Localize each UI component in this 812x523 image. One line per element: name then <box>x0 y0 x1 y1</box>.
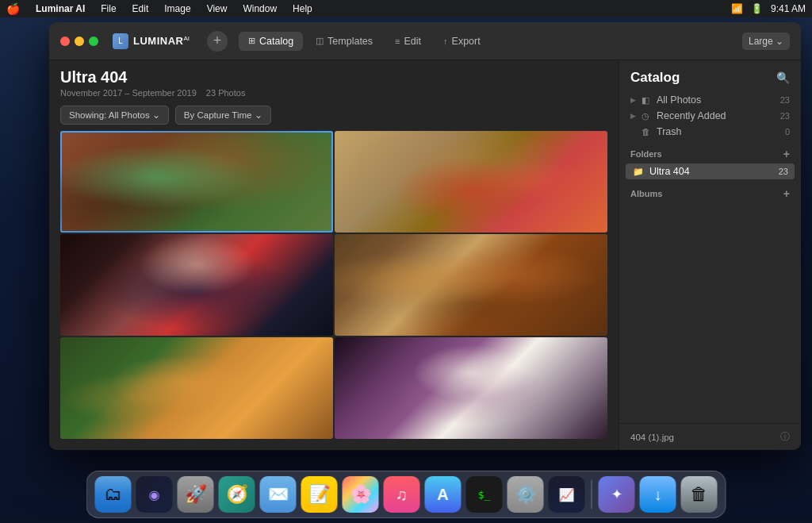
dock-luminar[interactable]: ✦ <box>599 476 635 513</box>
dock-terminal[interactable]: $_ <box>466 476 503 513</box>
recently-added-icon: ◷ <box>639 111 652 121</box>
footer-filename: 404 (1).jpg <box>630 433 674 442</box>
title-bar-right: Large ⌄ <box>742 33 790 50</box>
add-button[interactable]: + <box>207 31 228 52</box>
edit-tab-label: Edit <box>404 36 422 47</box>
catalog-item-recently-added[interactable]: ▶ ◷ Recently Added 23 <box>619 108 801 124</box>
folders-label: Folders <box>630 149 662 159</box>
photo-cell-woman2[interactable] <box>335 337 607 439</box>
albums-label: Albums <box>630 189 662 198</box>
menubar-edit[interactable]: Edit <box>129 3 152 14</box>
dock-siri[interactable]: ◉ <box>136 476 173 513</box>
traffic-lights <box>60 37 98 46</box>
dock-appstore[interactable]: A <box>425 476 462 513</box>
all-photos-label: All Photos <box>657 94 780 106</box>
catalog-tab-icon: ⊞ <box>248 36 255 46</box>
dock-notes[interactable]: 📝 <box>301 476 338 513</box>
folder-count: 23 <box>779 167 788 176</box>
templates-tab-icon: ◫ <box>316 36 324 46</box>
menubar-window[interactable]: Window <box>239 3 280 14</box>
trash-label: Trash <box>657 126 785 137</box>
catalog-item-trash[interactable]: ▶ 🗑 Trash 0 <box>619 124 801 140</box>
apple-menu[interactable]: 🍎 <box>6 2 20 15</box>
album-title: Ultra 404 <box>60 68 607 87</box>
showing-dropdown[interactable]: Showing: All Photos ⌄ <box>60 106 169 125</box>
all-photos-count: 23 <box>780 95 790 105</box>
menubar-app-name[interactable]: Luminar AI <box>33 3 88 14</box>
trash-icon: 🗑 <box>639 127 652 137</box>
dock-photos[interactable]: 🌸 <box>343 476 379 513</box>
catalog-item-all-photos[interactable]: ▶ ◧ All Photos 23 <box>619 92 801 108</box>
photo-grid <box>49 131 619 450</box>
menubar: 🍎 Luminar AI File Edit Image View Window… <box>0 0 812 17</box>
trash-count: 0 <box>785 127 790 137</box>
albums-section-header: Albums + <box>619 179 801 203</box>
app-window: L LUMINARAI + ⊞ Catalog ◫ Templates ≡ Ed… <box>49 22 801 450</box>
catalog-tab-label: Catalog <box>259 36 293 47</box>
clock: 9:41 AM <box>771 3 806 14</box>
album-meta: November 2017 – September 2019 23 Photos <box>60 88 607 98</box>
menubar-help[interactable]: Help <box>289 3 316 14</box>
photo-controls: Showing: All Photos ⌄ By Capture Time ⌄ <box>49 102 619 131</box>
dock-settings[interactable]: ⚙️ <box>508 476 544 513</box>
sidebar-title: Catalog <box>630 70 680 86</box>
export-tab-label: Export <box>452 36 481 47</box>
dock-downloader[interactable]: ↓ <box>640 476 676 513</box>
albums-add-button[interactable]: + <box>783 187 790 200</box>
dock-mail[interactable]: ✉️ <box>260 476 297 513</box>
sidebar-items: ▶ ◧ All Photos 23 ▶ ◷ Recently Added 23 … <box>619 92 801 423</box>
search-icon[interactable]: 🔍 <box>776 71 790 84</box>
photo-cell-cat[interactable] <box>60 337 333 439</box>
recently-added-label: Recently Added <box>657 110 780 121</box>
app-logo-icon: L <box>113 33 128 49</box>
catalog-item-ultra404[interactable]: 📁 Ultra 404 23 <box>626 163 795 179</box>
fullscreen-button[interactable] <box>89 37 98 46</box>
menubar-right-icons: 📶 🔋 9:41 AM <box>731 3 806 14</box>
content-area: Ultra 404 November 2017 – September 2019… <box>49 60 801 450</box>
dock-finder[interactable]: 🗂 <box>95 476 132 513</box>
dock-trash[interactable]: 🗑 <box>681 476 718 513</box>
dock-music[interactable]: ♫ <box>384 476 420 513</box>
edit-tab-icon: ≡ <box>395 37 400 46</box>
menubar-image[interactable]: Image <box>161 3 193 14</box>
tab-edit[interactable]: ≡ Edit <box>385 32 431 51</box>
photo-header: Ultra 404 November 2017 – September 2019… <box>49 60 619 102</box>
close-button[interactable] <box>60 37 70 46</box>
recently-added-count: 23 <box>780 111 790 121</box>
battery-icon: 🔋 <box>751 3 763 14</box>
album-count: 23 Photos <box>206 88 246 98</box>
size-selector[interactable]: Large ⌄ <box>742 33 790 50</box>
expand-arrow-recent: ▶ <box>630 112 636 120</box>
tab-export[interactable]: ↑ Export <box>434 32 490 51</box>
folder-icon: 📁 <box>632 167 645 177</box>
wifi-icon[interactable]: 📶 <box>731 3 743 14</box>
album-date: November 2017 – September 2019 <box>60 88 197 98</box>
folders-add-button[interactable]: + <box>783 148 790 160</box>
app-logo: L LUMINARAI <box>113 33 190 49</box>
dock: 🗂 ◉ 🚀 🧭 ✉️ 📝 🌸 ♫ A $_ ⚙️ 📈 ✦ ↓ 🗑 <box>86 471 726 518</box>
dock-separator <box>592 480 592 509</box>
photo-cell-strawberry[interactable] <box>335 131 607 233</box>
sidebar-header: Catalog 🔍 <box>619 60 801 92</box>
dock-launchpad[interactable]: 🚀 <box>178 476 214 513</box>
tab-templates[interactable]: ◫ Templates <box>306 32 382 51</box>
info-icon[interactable]: ⓘ <box>780 430 790 444</box>
expand-arrow-all: ▶ <box>630 96 636 104</box>
folder-name: Ultra 404 <box>649 166 779 177</box>
photo-cell-woman[interactable] <box>60 234 333 336</box>
dock-safari[interactable]: 🧭 <box>219 476 255 513</box>
sidebar: Catalog 🔍 ▶ ◧ All Photos 23 ▶ ◷ Recently… <box>619 60 801 450</box>
minimize-button[interactable] <box>75 37 84 46</box>
tab-catalog[interactable]: ⊞ Catalog <box>239 32 303 51</box>
menubar-file[interactable]: File <box>98 3 119 14</box>
photo-cell-burgers[interactable] <box>335 234 607 336</box>
dock-stocks[interactable]: 📈 <box>549 476 585 513</box>
export-tab-icon: ↑ <box>443 37 448 46</box>
menubar-view[interactable]: View <box>204 3 231 14</box>
tab-bar: ⊞ Catalog ◫ Templates ≡ Edit ↑ Export <box>239 32 734 51</box>
photo-cell-chameleon[interactable] <box>60 131 333 233</box>
title-bar: L LUMINARAI + ⊞ Catalog ◫ Templates ≡ Ed… <box>49 22 801 60</box>
sidebar-footer: 404 (1).jpg ⓘ <box>619 423 801 450</box>
sort-dropdown[interactable]: By Capture Time ⌄ <box>175 106 271 125</box>
templates-tab-label: Templates <box>327 36 373 47</box>
